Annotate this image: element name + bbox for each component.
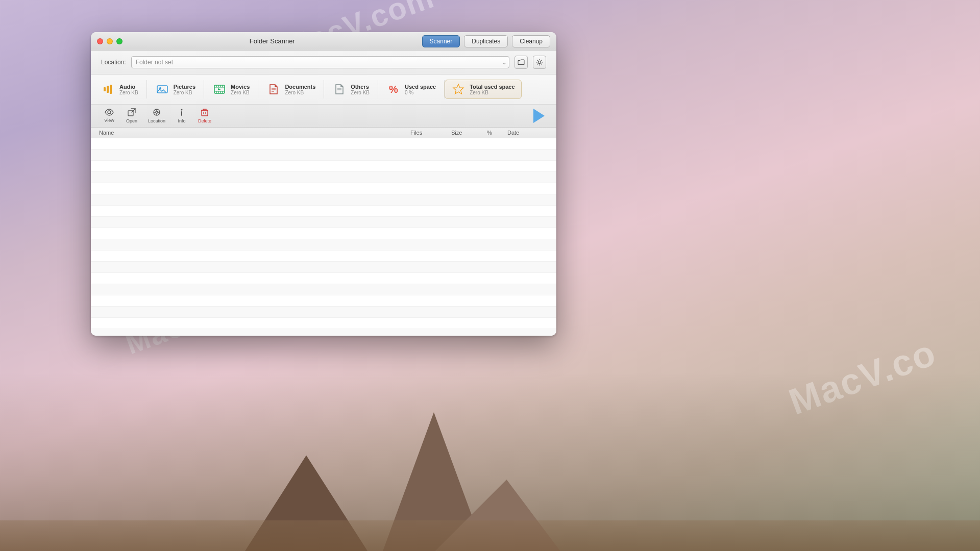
documents-info: Documents Zero KB <box>285 84 315 95</box>
total-used-space-label: Total used space <box>470 84 514 90</box>
location-label: Location: <box>101 59 126 66</box>
table-row <box>91 206 556 217</box>
audio-icon <box>101 82 115 96</box>
minimize-button[interactable] <box>107 38 113 44</box>
header-name: Name <box>99 130 410 136</box>
scan-button[interactable] <box>530 107 548 125</box>
table-row <box>91 239 556 251</box>
open-label: Open <box>126 118 137 123</box>
table-row <box>91 251 556 262</box>
table-row <box>91 138 556 149</box>
total-used-space-stat[interactable]: Total used space Zero KB <box>445 80 521 99</box>
table-header: Name Files Size % Date <box>91 128 556 138</box>
table-row <box>91 329 556 336</box>
svg-rect-3 <box>110 85 112 94</box>
used-space-label: Used space <box>405 84 436 90</box>
file-table: Name Files Size % Date <box>91 128 556 336</box>
info-button[interactable]: Info <box>172 107 192 124</box>
table-row <box>91 262 556 273</box>
table-row <box>91 273 556 284</box>
location-icon <box>153 108 161 118</box>
total-used-space-icon <box>451 82 465 96</box>
table-row <box>91 149 556 161</box>
location-select-wrapper: Folder not set ⌄ <box>131 56 509 68</box>
svg-rect-1 <box>104 87 106 91</box>
info-label: Info <box>178 118 186 123</box>
table-row <box>91 217 556 228</box>
table-row <box>91 172 556 183</box>
open-icon <box>128 108 136 118</box>
svg-rect-25 <box>202 110 208 116</box>
pictures-info: Pictures Zero KB <box>174 84 195 95</box>
documents-label: Documents <box>285 84 315 90</box>
used-space-info: Used space 0 % <box>405 84 436 95</box>
others-value: Zero KB <box>351 90 370 95</box>
location-select[interactable]: Folder not set <box>131 56 509 68</box>
total-used-space-value: Zero KB <box>470 90 514 95</box>
header-files: Files <box>410 130 451 136</box>
settings-button[interactable] <box>533 56 546 69</box>
audio-value: Zero KB <box>119 90 138 95</box>
svg-marker-7 <box>218 88 221 90</box>
duplicates-tab[interactable]: Duplicates <box>464 35 508 47</box>
nav-buttons: Scanner Duplicates Cleanup <box>422 35 550 47</box>
location-button[interactable]: Location <box>144 107 169 124</box>
used-space-stat[interactable]: % Used space 0 % <box>378 80 445 98</box>
others-stat[interactable]: Others Zero KB <box>324 80 378 98</box>
table-row <box>91 228 556 239</box>
header-date: Date <box>507 130 548 136</box>
table-row <box>91 194 556 206</box>
maximize-button[interactable] <box>116 38 122 44</box>
movies-label: Movies <box>231 84 250 90</box>
header-size: Size <box>451 130 487 136</box>
action-toolbar: View Open <box>91 105 556 128</box>
play-icon <box>533 109 545 123</box>
table-row <box>91 161 556 172</box>
svg-point-23 <box>181 109 183 111</box>
pictures-icon <box>155 82 169 96</box>
app-window: Folder Scanner Scanner Duplicates Cleanu… <box>91 32 556 336</box>
info-icon <box>178 108 185 118</box>
others-label: Others <box>351 84 370 90</box>
open-button[interactable]: Open <box>121 107 142 124</box>
audio-info: Audio Zero KB <box>119 84 138 95</box>
delete-label: Delete <box>198 118 211 123</box>
stats-bar: Audio Zero KB Pictures Zero KB <box>91 74 556 105</box>
header-percent: % <box>487 130 507 136</box>
delete-icon <box>201 108 208 118</box>
ground <box>0 520 980 551</box>
svg-rect-2 <box>107 86 109 93</box>
svg-rect-4 <box>157 86 167 93</box>
movies-value: Zero KB <box>231 90 250 95</box>
window-title: Folder Scanner <box>122 37 422 45</box>
location-label-btn: Location <box>148 118 165 123</box>
cleanup-tab[interactable]: Cleanup <box>512 35 550 47</box>
view-button[interactable]: View <box>99 108 119 124</box>
documents-stat[interactable]: Documents Zero KB <box>258 80 324 98</box>
view-label: View <box>104 118 114 123</box>
used-space-icon: % <box>386 82 401 96</box>
svg-point-0 <box>538 61 541 64</box>
audio-stat[interactable]: Audio Zero KB <box>101 80 147 98</box>
documents-icon <box>266 82 281 96</box>
scanner-tab[interactable]: Scanner <box>422 35 460 47</box>
pictures-label: Pictures <box>174 84 195 90</box>
table-row <box>91 307 556 318</box>
close-button[interactable] <box>97 38 103 44</box>
audio-label: Audio <box>119 84 138 90</box>
view-icon <box>105 109 114 117</box>
table-row <box>91 183 556 194</box>
browse-folder-button[interactable] <box>514 56 528 69</box>
movies-info: Movies Zero KB <box>231 84 250 95</box>
table-row <box>91 284 556 295</box>
table-row <box>91 295 556 307</box>
delete-button[interactable]: Delete <box>194 107 215 124</box>
movies-stat[interactable]: Movies Zero KB <box>204 80 258 98</box>
used-space-value: 0 % <box>405 90 436 95</box>
traffic-lights <box>97 38 122 44</box>
pictures-value: Zero KB <box>174 90 195 95</box>
pictures-stat[interactable]: Pictures Zero KB <box>147 80 204 98</box>
svg-point-18 <box>156 111 158 113</box>
table-row <box>91 318 556 329</box>
total-used-space-info: Total used space Zero KB <box>470 84 514 95</box>
